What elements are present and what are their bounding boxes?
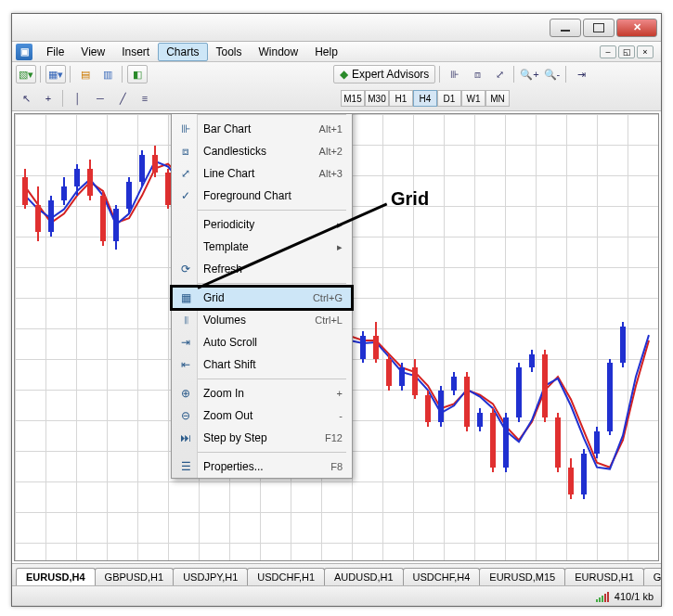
expert-icon: ◆ — [340, 68, 348, 81]
step-icon: ⏭ — [177, 430, 194, 446]
menu-item-zoom-out[interactable]: ⊖Zoom Out- — [172, 404, 352, 427]
menu-insert[interactable]: Insert — [113, 43, 158, 61]
autoscroll-icon[interactable]: ⇥ — [571, 65, 591, 83]
vline-icon[interactable]: │ — [68, 89, 88, 108]
hline-icon[interactable]: ─ — [90, 89, 110, 108]
timeframe-m30[interactable]: M30 — [365, 90, 389, 107]
zoom-out-icon[interactable]: 🔍- — [541, 65, 562, 83]
expert-advisors-button[interactable]: ◆ Expert Advisors — [333, 65, 435, 83]
menu-item-shortcut: Alt+2 — [319, 146, 343, 157]
mdi-close-button[interactable]: × — [637, 45, 654, 58]
menu-item-label: Foreground Chart — [203, 189, 291, 202]
menu-item-auto-scroll[interactable]: ⇥Auto Scroll — [172, 331, 352, 353]
toolbars: ▧▾ ▦▾ ▤ ▥ ◧ ◆ Expert Advisors ⊪ ⧈ ⤢ 🔍+ 🔍… — [12, 62, 661, 111]
menubar: ▣ FileViewInsertChartsToolsWindowHelp – … — [12, 42, 661, 62]
menu-item-label: Template — [203, 240, 249, 253]
menu-item-step-by-step[interactable]: ⏭Step by StepF12 — [172, 427, 352, 449]
chart-area[interactable]: ≣Indicators ListCtrl+IObjects▸⊪Bar Chart… — [14, 113, 659, 561]
menu-item-refresh[interactable]: ⟳Refresh — [172, 258, 352, 280]
menu-help[interactable]: Help — [306, 43, 346, 61]
titlebar: ✕ — [12, 14, 661, 42]
menu-item-shortcut: F12 — [325, 432, 343, 443]
chart-tab[interactable]: EURUSD,H4 — [16, 568, 96, 585]
menu-file[interactable]: File — [38, 43, 72, 61]
menu-tools[interactable]: Tools — [208, 43, 251, 61]
window-close-button[interactable]: ✕ — [616, 19, 657, 37]
submenu-arrow-icon: ▸ — [337, 241, 343, 253]
chart-tab[interactable]: AUDUSD,H1 — [324, 568, 404, 585]
menu-item-zoom-in[interactable]: ⊕Zoom In+ — [172, 382, 352, 404]
chart-tab[interactable]: EURUSD,M15 — [479, 568, 565, 585]
zoomout-icon: ⊖ — [177, 407, 194, 424]
mdi-restore-button[interactable]: ◱ — [618, 45, 635, 58]
zoomin-icon: ⊕ — [177, 385, 194, 402]
chart-tab[interactable]: EURUSD,H1 — [564, 568, 644, 585]
menu-item-shortcut: Ctrl+G — [313, 292, 343, 303]
timeframe-d1[interactable]: D1 — [437, 90, 461, 107]
zoom-in-icon[interactable]: 🔍+ — [519, 65, 539, 83]
app-icon: ▣ — [16, 44, 32, 60]
timeframe-m15[interactable]: M15 — [341, 90, 365, 107]
chart-tab[interactable]: USDJPY,H1 — [173, 568, 248, 585]
menu-item-grid[interactable]: ▦GridCtrl+G — [172, 287, 352, 309]
check-icon: ✓ — [177, 187, 194, 204]
menu-item-candlesticks[interactable]: ⧈CandlesticksAlt+2 — [172, 140, 352, 162]
navigator-icon[interactable]: ▥ — [97, 65, 118, 83]
timeframe-w1[interactable]: W1 — [461, 90, 485, 107]
new-order-button[interactable]: ◧ — [127, 65, 148, 83]
market-watch-icon[interactable]: ▤ — [75, 65, 96, 83]
grid-icon: ▦ — [177, 289, 194, 306]
menu-item-label: Periodicity — [203, 218, 254, 231]
menu-charts[interactable]: Charts — [158, 43, 207, 61]
chart-tab[interactable]: GB — [643, 568, 661, 585]
blank-icon — [177, 216, 194, 233]
window-minimize-button[interactable] — [550, 19, 581, 37]
crosshair-icon[interactable]: + — [38, 89, 58, 108]
candle-icon: ⧈ — [177, 143, 194, 160]
menu-item-chart-shift[interactable]: ⇤Chart Shift — [172, 353, 352, 376]
chart-tab[interactable]: GBPUSD,H1 — [95, 568, 175, 585]
menu-view[interactable]: View — [72, 43, 113, 61]
timeframe-h1[interactable]: H1 — [389, 90, 413, 107]
connection-signal-icon — [596, 591, 609, 602]
window-maximize-button[interactable] — [583, 19, 615, 37]
blank-icon — [177, 238, 194, 255]
menu-item-template[interactable]: Template▸ — [172, 236, 352, 258]
menu-item-label: Line Chart — [203, 167, 254, 180]
shift-icon: ⇤ — [177, 356, 194, 373]
timeframe-h4[interactable]: H4 — [413, 90, 437, 107]
cursor-icon[interactable]: ↖ — [16, 89, 36, 108]
new-chart-button[interactable]: ▧▾ — [16, 65, 36, 83]
profiles-button[interactable]: ▦▾ — [45, 65, 66, 83]
chart-tab[interactable]: USDCHF,H1 — [247, 568, 325, 585]
menu-item-line-chart[interactable]: ⤢Line ChartAlt+3 — [172, 162, 352, 185]
bars-icon[interactable]: ⊪ — [445, 65, 465, 83]
menu-item-shortcut: Ctrl+L — [315, 314, 343, 326]
menu-item-shortcut: Alt+3 — [319, 168, 343, 179]
candles-icon[interactable]: ⧈ — [467, 65, 487, 83]
menu-item-shortcut: F8 — [330, 461, 343, 472]
mdi-minimize-button[interactable]: – — [600, 45, 616, 58]
statusbar: 410/1 kb — [12, 585, 661, 606]
menu-item-foreground-chart[interactable]: ✓Foreground Chart — [172, 185, 352, 207]
menu-item-properties-[interactable]: ☰Properties...F8 — [172, 456, 352, 478]
menu-item-bar-chart[interactable]: ⊪Bar ChartAlt+1 — [172, 118, 352, 140]
charts-menu-dropdown: ≣Indicators ListCtrl+IObjects▸⊪Bar Chart… — [171, 113, 353, 479]
autoscroll-icon: ⇥ — [177, 334, 194, 351]
menu-item-label: Zoom Out — [203, 409, 252, 422]
menu-item-label: Candlesticks — [203, 145, 266, 158]
channel-icon[interactable]: ≡ — [135, 89, 155, 108]
menu-item-label: Grid — [203, 291, 225, 304]
annotation-label: Grid — [391, 188, 429, 210]
chart-tab[interactable]: USDCHF,H4 — [403, 568, 481, 585]
refresh-icon: ⟳ — [177, 261, 194, 277]
expert-advisors-label: Expert Advisors — [352, 68, 429, 81]
menu-item-volumes[interactable]: ⫴VolumesCtrl+L — [172, 309, 352, 331]
linechart-icon[interactable]: ⤢ — [489, 65, 510, 83]
menu-item-shortcut: - — [339, 410, 343, 421]
line-icon: ⤢ — [177, 165, 194, 182]
timeframe-mn[interactable]: MN — [485, 90, 510, 107]
volumes-icon: ⫴ — [177, 312, 194, 328]
trendline-icon[interactable]: ╱ — [112, 89, 133, 108]
menu-window[interactable]: Window — [251, 43, 307, 61]
